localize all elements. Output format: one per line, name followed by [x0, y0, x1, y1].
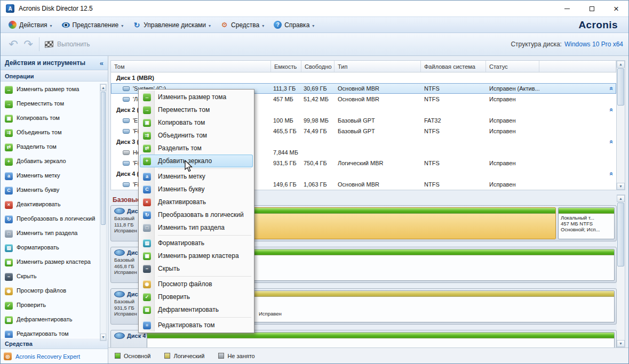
- menu-item-deactivate[interactable]: Деактивировать: [140, 196, 253, 208]
- column-header-status[interactable]: Статус: [486, 61, 539, 72]
- sidebar-item-change-letter[interactable]: Изменить букву: [4, 183, 98, 198]
- split-volume-icon: [143, 144, 151, 152]
- menu-item-change-letter[interactable]: Изменить букву: [140, 183, 253, 196]
- volume-block-local[interactable]: Локальный т... 457 МБ NTFS Основной; Исп…: [558, 207, 615, 239]
- disks-view-scrollbar[interactable]: [617, 195, 625, 347]
- add-mirror-icon: [143, 157, 151, 165]
- sidebar-item-deactivate[interactable]: Деактивировать: [4, 198, 98, 212]
- column-header-filesystem[interactable]: Файловая система: [421, 61, 486, 72]
- sidebar-item-edit-volume[interactable]: Редактировать том: [4, 327, 98, 338]
- menu-item-split-volume[interactable]: Разделить том: [140, 142, 253, 155]
- column-header-capacity[interactable]: Емкость: [271, 61, 301, 72]
- sidebar-item-change-cluster-size[interactable]: Изменить размер кластера: [4, 255, 98, 270]
- sidebar-item-change-label[interactable]: Изменить метку: [4, 169, 98, 183]
- menu-item-hide[interactable]: Скрыть: [140, 262, 253, 275]
- sidebar-item-browse-files[interactable]: Просмотр файлов: [4, 284, 98, 298]
- disk-icon: [114, 249, 125, 256]
- sidebar-item-hide[interactable]: Скрыть: [4, 270, 98, 284]
- menu-item-add-mirror[interactable]: Добавить зеркало: [140, 155, 253, 167]
- move-volume-icon: [143, 106, 151, 114]
- sidebar-item-resize-volume[interactable]: Изменить размер тома: [4, 83, 98, 97]
- menu-item-change-cluster-size[interactable]: Изменить размер кластера: [140, 249, 253, 262]
- menu-item-resize-volume[interactable]: Изменить размер тома: [140, 91, 253, 103]
- disk-icon: [114, 291, 125, 297]
- maximize-button[interactable]: [579, 1, 604, 17]
- disk-structure-value[interactable]: Windows 10 Pro x64: [564, 41, 623, 48]
- menu-separator: [158, 235, 251, 236]
- scroll-up-icon[interactable]: [617, 195, 625, 202]
- merge-volume-icon: [143, 132, 151, 140]
- menu-item-convert-to-logical[interactable]: Преобразовать в логический: [140, 208, 253, 221]
- scroll-up-icon[interactable]: [100, 84, 106, 91]
- sidebar-item-defragment[interactable]: Дефрагментировать: [4, 313, 98, 327]
- disk-structure-label: Структура диска:: [511, 41, 562, 48]
- app-window: Acronis Disk Director 12.5 Действия Пред…: [0, 0, 629, 364]
- sidebar-item-recovery-expert[interactable]: Acronis Recovery Expert: [1, 349, 108, 363]
- menu-item-change-partition-type[interactable]: Изменить тип раздела: [140, 221, 253, 234]
- menu-actions[interactable]: Действия: [4, 19, 57, 31]
- sidebar-item-add-mirror[interactable]: Добавить зеркало: [4, 155, 98, 169]
- change-partition-type-icon: [143, 224, 151, 232]
- menu-item-move-volume[interactable]: Переместить том: [140, 103, 253, 116]
- close-icon: [614, 4, 619, 13]
- collapse-group-icon[interactable]: [608, 108, 616, 112]
- scroll-up-icon[interactable]: [617, 61, 625, 68]
- sidebar-item-format[interactable]: Форматировать: [4, 241, 98, 255]
- menu-tools[interactable]: Средства: [216, 19, 269, 31]
- collapse-sidebar-icon[interactable]: [100, 59, 103, 67]
- column-header-volume[interactable]: Том: [111, 61, 271, 72]
- collapse-group-icon[interactable]: [608, 87, 616, 91]
- volume-icon: [123, 118, 130, 123]
- menu-item-format[interactable]: Форматировать: [140, 237, 253, 249]
- sidebar-item-copy-volume[interactable]: Копировать том: [4, 111, 98, 126]
- sidebar-item-move-volume[interactable]: Переместить том: [4, 97, 98, 111]
- chevron-down-icon: [121, 21, 123, 29]
- column-header-free[interactable]: Свободно: [301, 61, 335, 72]
- scroll-down-icon[interactable]: [100, 334, 106, 341]
- sidebar-item-merge-volume[interactable]: Объединить том: [4, 126, 98, 140]
- menu-item-change-label[interactable]: Изменить метку: [140, 170, 253, 183]
- menu-item-copy-volume[interactable]: Копировать том: [140, 116, 253, 129]
- commit-button[interactable]: Выполнить: [45, 41, 90, 48]
- scroll-down-icon[interactable]: [617, 340, 625, 347]
- sidebar-scrollbar[interactable]: [100, 84, 107, 341]
- change-letter-icon: [143, 185, 151, 193]
- collapse-group-icon[interactable]: [608, 172, 616, 176]
- sidebar-item-change-partition-type[interactable]: Изменить тип раздела: [4, 227, 98, 241]
- hide-icon: [143, 265, 151, 273]
- menu-item-browse-files[interactable]: Просмотр файлов: [140, 278, 253, 290]
- disk-icon: [114, 333, 125, 339]
- copy-volume-icon: [5, 115, 13, 123]
- minimize-button[interactable]: [555, 1, 579, 17]
- volume-block[interactable]: [147, 332, 615, 347]
- disk-info[interactable]: Диск 4: [113, 332, 146, 347]
- app-icon: [6, 4, 14, 13]
- menu-item-defragment[interactable]: Дефрагментировать: [140, 303, 253, 316]
- sidebar-item-convert-to-logical[interactable]: Преобразовать в логический: [4, 212, 98, 227]
- table-scrollbar[interactable]: [617, 60, 625, 190]
- format-icon: [5, 244, 13, 252]
- scrollbar-thumb[interactable]: [617, 203, 624, 266]
- sidebar-item-split-volume[interactable]: Разделить том: [4, 140, 98, 155]
- disk-group-row[interactable]: Диск 1 (MBR): [111, 72, 616, 83]
- sidebar-item-check[interactable]: Проверить: [4, 298, 98, 313]
- volume-icon: [123, 161, 130, 166]
- scrollbar-thumb[interactable]: [617, 68, 624, 106]
- undo-icon[interactable]: [6, 38, 21, 51]
- scroll-down-icon[interactable]: [617, 183, 625, 190]
- close-button[interactable]: [604, 1, 628, 17]
- menu-view[interactable]: Представление: [57, 19, 129, 31]
- menu-item-merge-volume[interactable]: Объединить том: [140, 129, 253, 142]
- volume-icon: [123, 97, 130, 102]
- menu-disk-management[interactable]: Управление дисками: [128, 19, 216, 31]
- collapse-group-icon[interactable]: [608, 140, 616, 144]
- window-title: Acronis Disk Director 12.5: [19, 5, 93, 12]
- menu-item-check[interactable]: Проверить: [140, 290, 253, 303]
- menu-item-edit-volume[interactable]: Редактировать том: [140, 319, 253, 331]
- window-controls: [555, 1, 628, 17]
- scrollbar-thumb[interactable]: [101, 92, 106, 225]
- column-header-type[interactable]: Тип: [335, 61, 421, 72]
- redo-icon[interactable]: [21, 38, 36, 51]
- menu-help[interactable]: Справка: [269, 19, 319, 31]
- merge-volume-icon: [5, 129, 13, 137]
